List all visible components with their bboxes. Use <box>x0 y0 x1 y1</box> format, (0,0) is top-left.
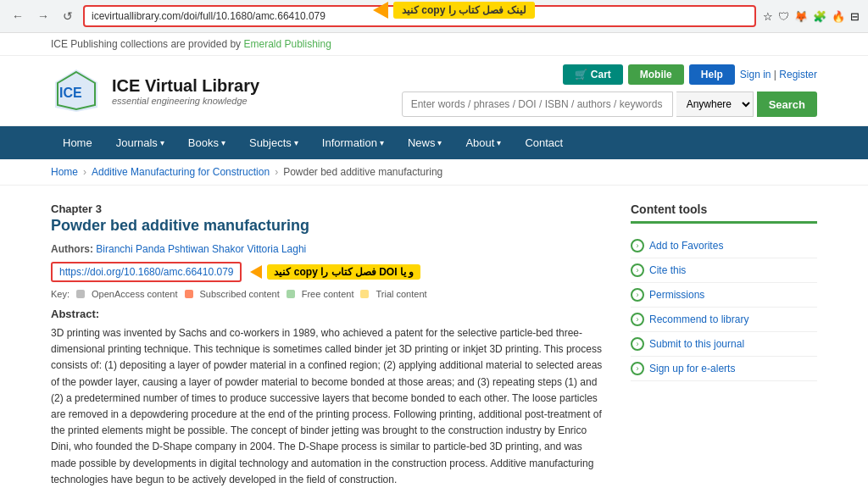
nav-subjects[interactable]: Subjects ▾ <box>237 126 310 159</box>
sidebar-recommend-library[interactable]: › Recommend to library <box>631 308 817 332</box>
about-chevron: ▾ <box>497 138 501 147</box>
doi-annotation: و یا DOI فصل کتاب را copy کنید <box>250 264 420 280</box>
sidebar-title: Content tools <box>631 202 817 224</box>
main-nav: Home Journals ▾ Books ▾ Subjects ▾ Infor… <box>0 126 868 159</box>
key-label: Key: <box>51 289 70 299</box>
annotation-arrow <box>373 2 388 19</box>
nav-contact[interactable]: Contact <box>513 126 575 159</box>
key-free-dot <box>287 290 295 298</box>
key-trial-label: Trial content <box>376 289 426 299</box>
logo-subtitle: essential engineering knowledge <box>112 96 259 106</box>
emerald-link[interactable]: Emerald Publishing <box>243 38 331 50</box>
logo-text: ICE Virtual Library essential engineerin… <box>112 76 259 106</box>
fire-icon: 🔥 <box>832 10 845 23</box>
fox-icon: 🦊 <box>794 10 808 23</box>
cart-button[interactable]: 🛒 Cart <box>563 64 622 85</box>
key-legend: Key: OpenAccess content Subscribed conte… <box>51 289 605 299</box>
refresh-button[interactable]: ↺ <box>59 8 76 25</box>
annotation-text: لینک فصل کتاب را copy کنید <box>393 2 535 19</box>
star-icon[interactable]: ☆ <box>763 10 773 23</box>
search-button[interactable]: Search <box>757 92 817 117</box>
key-openaccess-label: OpenAccess content <box>92 289 178 299</box>
abstract-heading: Abstract: <box>51 308 605 320</box>
favorites-chevron-icon: › <box>631 239 644 252</box>
sidebar-submit-journal[interactable]: › Submit to this journal <box>631 332 817 357</box>
cite-chevron-icon: › <box>631 263 644 277</box>
menu-icon[interactable]: ⊟ <box>850 10 860 23</box>
authors-line: Authors: Biranchi Panda Pshtiwan Shakor … <box>51 243 605 255</box>
key-subscribed-label: Subscribed content <box>200 289 280 299</box>
sidebar-permissions[interactable]: › Permissions <box>631 283 817 308</box>
nav-news[interactable]: News ▾ <box>396 126 454 159</box>
logo-title: ICE Virtual Library <box>112 76 259 96</box>
authors-link[interactable]: Biranchi Panda Pshtiwan Shakor Vittoria … <box>96 243 306 255</box>
main-content: Chapter 3 Powder bed additive manufactur… <box>51 202 605 488</box>
abstract-text: 3D printing was invented by Sachs and co… <box>51 325 605 488</box>
signin-link[interactable]: Sign in <box>740 69 771 80</box>
breadcrumb: Home › Additive Manufacturing for Constr… <box>0 159 868 186</box>
sidebar-cite-this[interactable]: › Cite this <box>631 258 817 283</box>
register-link[interactable]: Register <box>779 69 817 80</box>
chapter-label: Chapter 3 <box>51 202 605 215</box>
nav-about[interactable]: About ▾ <box>453 126 513 159</box>
key-trial-dot <box>360 290 369 298</box>
chapter-title: Powder bed additive manufacturing <box>51 217 605 235</box>
alerts-chevron-icon: › <box>631 362 644 375</box>
nav-journals[interactable]: Journals ▾ <box>104 126 176 159</box>
nav-home[interactable]: Home <box>51 126 104 159</box>
svg-text:ICE: ICE <box>59 86 82 100</box>
doi-link-box[interactable]: https://doi.org/10.1680/amc.66410.079 <box>51 262 242 282</box>
nav-books[interactable]: Books ▾ <box>176 126 237 159</box>
ice-logo-icon: ICE <box>51 65 102 116</box>
doi-annotation-text: و یا DOI فصل کتاب را copy کنید <box>267 264 420 280</box>
journals-chevron: ▾ <box>160 138 164 147</box>
content-area: Chapter 3 Powder bed additive manufactur… <box>0 186 868 488</box>
browser-icons: ☆ 🛡 🦊 🧩 🔥 ⊟ <box>763 10 860 23</box>
authors-label: Authors: <box>51 243 93 255</box>
information-chevron: ▾ <box>380 138 384 147</box>
submit-chevron-icon: › <box>631 337 644 351</box>
header: ICE ICE Virtual Library essential engine… <box>0 56 868 126</box>
header-right: 🛒 Cart Mobile Help Sign in | Register An… <box>402 64 817 117</box>
key-free-label: Free content <box>302 289 354 299</box>
shield-icon: 🛡 <box>778 10 789 23</box>
browser-bar: ← → ↺ لینک فصل کتاب را copy کنید ☆ 🛡 🦊 🧩… <box>0 0 868 33</box>
books-chevron: ▾ <box>221 138 225 147</box>
url-annotation: لینک فصل کتاب را copy کنید <box>373 2 535 19</box>
help-button[interactable]: Help <box>689 64 735 85</box>
search-bar: Anywhere Search <box>402 92 817 117</box>
doi-area: https://doi.org/10.1680/amc.66410.079 و … <box>51 262 605 282</box>
doi-arrow-icon <box>250 265 262 279</box>
subjects-chevron: ▾ <box>294 138 298 147</box>
forward-button[interactable]: → <box>34 8 53 25</box>
key-openaccess-dot <box>76 290 85 298</box>
search-scope-select[interactable]: Anywhere <box>676 92 754 117</box>
sidebar-add-favorites[interactable]: › Add to Favorites <box>631 234 817 258</box>
key-subscribed-dot <box>185 290 193 298</box>
header-top-links: 🛒 Cart Mobile Help Sign in | Register <box>563 64 817 85</box>
breadcrumb-book[interactable]: Additive Manufacturing for Construction <box>92 166 270 178</box>
auth-links: Sign in | Register <box>740 69 817 80</box>
top-notice: ICE Publishing collections are provided … <box>0 33 868 56</box>
nav-information[interactable]: Information ▾ <box>310 126 396 159</box>
recommend-chevron-icon: › <box>631 313 644 326</box>
puzzle-icon: 🧩 <box>813 10 826 23</box>
sidebar: Content tools › Add to Favorites › Cite … <box>631 202 817 488</box>
logo-area: ICE ICE Virtual Library essential engine… <box>51 65 259 116</box>
back-button[interactable]: ← <box>8 8 27 25</box>
news-chevron: ▾ <box>437 138 442 147</box>
permissions-chevron-icon: › <box>631 288 644 302</box>
sidebar-signup-alerts[interactable]: › Sign up for e-alerts <box>631 357 817 381</box>
breadcrumb-home[interactable]: Home <box>51 166 78 178</box>
breadcrumb-current: Powder bed additive manufacturing <box>283 166 442 178</box>
search-input[interactable] <box>402 92 673 117</box>
mobile-button[interactable]: Mobile <box>628 64 684 85</box>
